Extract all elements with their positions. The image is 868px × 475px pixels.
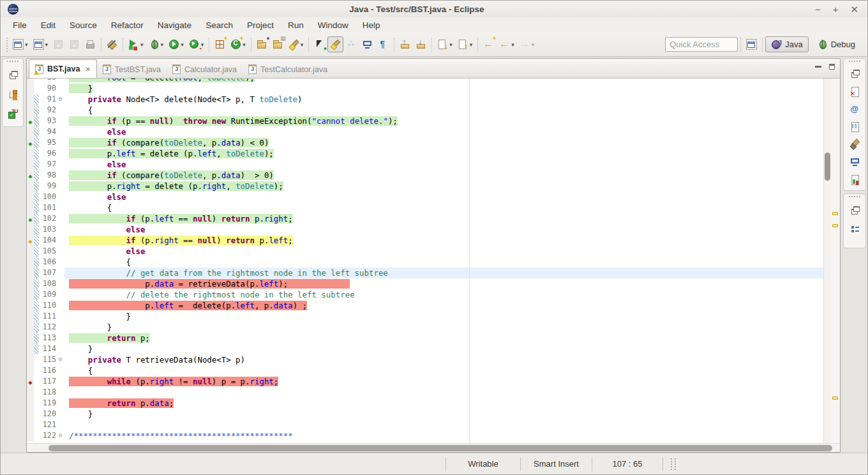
- open-task-button[interactable]: ▤: [270, 36, 286, 52]
- line-number[interactable]: 99: [39, 181, 56, 192]
- mark-occurrences-button[interactable]: [327, 36, 343, 52]
- annotation-marker-icon[interactable]: [832, 224, 838, 227]
- dropdown-arrow-icon[interactable]: ▾: [243, 41, 246, 48]
- gutter-marker-column[interactable]: [27, 83, 34, 94]
- coverage-button[interactable]: ▾: [126, 36, 146, 52]
- gutter-marker-column[interactable]: [27, 105, 34, 116]
- line-number[interactable]: 100: [39, 192, 56, 202]
- code-line-text[interactable]: private T retrieveData(Node<T> p): [64, 354, 823, 365]
- gutter-marker-column[interactable]: [27, 409, 34, 419]
- minimize-button[interactable]: −: [815, 4, 821, 14]
- tab-close-icon[interactable]: ✕: [85, 66, 90, 73]
- tab-testbst-java[interactable]: TestBST.java: [97, 61, 167, 78]
- gutter-marker-column[interactable]: [27, 430, 34, 441]
- editor-minimize-button[interactable]: [815, 66, 821, 68]
- tab-bst-java[interactable]: BST.java✕: [29, 59, 97, 78]
- gutter-marker-column[interactable]: [27, 419, 34, 430]
- code-line-text[interactable]: else: [64, 192, 823, 202]
- line-number[interactable]: 101: [39, 202, 56, 213]
- perspective-debug[interactable]: Debug: [811, 36, 861, 52]
- line-number[interactable]: 93: [39, 116, 56, 126]
- new-java-project-button[interactable]: ✦: [212, 36, 228, 52]
- code-line-text[interactable]: }: [64, 322, 823, 333]
- dropdown-arrow-icon[interactable]: ▾: [511, 41, 514, 48]
- export-button[interactable]: [397, 36, 413, 52]
- gutter-marker-column[interactable]: [27, 94, 34, 105]
- code-line-text[interactable]: }: [64, 409, 823, 419]
- annotation-marker-icon[interactable]: [832, 212, 838, 215]
- dropdown-arrow-icon[interactable]: ▾: [45, 41, 49, 48]
- dropdown-arrow-icon[interactable]: ▾: [301, 41, 304, 48]
- gutter-marker-column[interactable]: [27, 311, 34, 322]
- line-number[interactable]: 106: [39, 257, 56, 268]
- horizontal-scrollbar-thumb[interactable]: [49, 445, 832, 451]
- gutter-marker-column[interactable]: ◆: [27, 213, 34, 224]
- gutter-marker-column[interactable]: [27, 289, 34, 300]
- line-number[interactable]: 111: [39, 311, 56, 322]
- horizontal-scrollbar[interactable]: [27, 443, 840, 452]
- code-editor[interactable]: 89 root = delete(root, toDelete);90 }91⊖…: [27, 79, 840, 443]
- gutter-marker-column[interactable]: [27, 202, 34, 213]
- gutter-marker-column[interactable]: [27, 257, 34, 268]
- line-number[interactable]: 90: [39, 83, 56, 94]
- fold-marker-icon[interactable]: ⊖: [56, 354, 64, 365]
- code-line-text[interactable]: if (p == null) throw new RuntimeExceptio…: [64, 116, 823, 126]
- line-number[interactable]: 96: [39, 148, 56, 159]
- code-line-text[interactable]: return p;: [64, 333, 823, 343]
- line-number[interactable]: 97: [39, 159, 56, 170]
- code-line-text[interactable]: if (compare(toDelete, p.data) < 0): [64, 137, 823, 148]
- print-button[interactable]: [82, 36, 98, 52]
- open-perspective-button[interactable]: ✦: [744, 36, 760, 52]
- line-number[interactable]: 107: [39, 268, 56, 278]
- code-line-text[interactable]: p.right = delete (p.right, toDelete);: [64, 181, 823, 192]
- code-line-text[interactable]: // delete the rightmost node in the left…: [64, 289, 823, 300]
- status-grip[interactable]: [671, 458, 676, 470]
- gutter-marker-column[interactable]: [27, 181, 34, 192]
- code-line-text[interactable]: [64, 387, 823, 398]
- tab-calculator-java[interactable]: Calculator.java: [167, 61, 243, 78]
- code-line-text[interactable]: if (p.left == null) return p.right;: [64, 213, 823, 224]
- menu-project[interactable]: Project: [240, 19, 281, 32]
- code-line-text[interactable]: }: [64, 343, 823, 354]
- code-line-text[interactable]: p.left = delete (p.left, toDelete);: [64, 148, 823, 159]
- gutter-marker-column[interactable]: ◆: [27, 235, 34, 246]
- gutter-marker-column[interactable]: [27, 192, 34, 202]
- gutter-marker-column[interactable]: [27, 159, 34, 170]
- gutter-marker-column[interactable]: [27, 398, 34, 409]
- import-button[interactable]: [413, 36, 429, 52]
- gutter-marker-column[interactable]: ◆: [27, 116, 34, 126]
- junit-view-button[interactable]: [5, 105, 20, 121]
- editor-maximize-button[interactable]: [829, 64, 835, 70]
- code-line-text[interactable]: while (p.right != null) p = p.right;: [64, 376, 823, 387]
- line-number[interactable]: 112: [39, 322, 56, 333]
- line-number[interactable]: 113: [39, 333, 56, 343]
- dropdown-arrow-icon[interactable]: ▾: [140, 41, 144, 48]
- javadoc-view-button[interactable]: [847, 102, 862, 116]
- gutter-marker-column[interactable]: [27, 246, 34, 257]
- gutter-marker-column[interactable]: [27, 278, 34, 289]
- search-button[interactable]: ▾: [286, 36, 306, 52]
- close-button[interactable]: ✕: [850, 4, 858, 14]
- annotate-view-button[interactable]: [847, 137, 862, 151]
- line-number[interactable]: 121: [39, 419, 56, 430]
- trim-grip[interactable]: [849, 61, 860, 63]
- code-line-text[interactable]: else: [64, 159, 823, 170]
- code-line-text[interactable]: else: [64, 246, 823, 257]
- menu-navigate[interactable]: Navigate: [151, 19, 198, 32]
- dropdown-arrow-icon[interactable]: ▾: [181, 41, 184, 48]
- gutter-marker-column[interactable]: [27, 333, 34, 343]
- gutter-marker-column[interactable]: ◆: [27, 170, 34, 181]
- line-number[interactable]: 89: [39, 79, 56, 83]
- line-number[interactable]: 98: [39, 170, 56, 181]
- gutter-marker-column[interactable]: [27, 268, 34, 278]
- dropdown-arrow-icon[interactable]: ▾: [532, 41, 535, 48]
- gutter-marker-column[interactable]: [27, 224, 34, 235]
- line-number[interactable]: 120: [39, 409, 56, 419]
- trim-grip[interactable]: [849, 196, 860, 199]
- line-number[interactable]: 117: [39, 376, 56, 387]
- line-number[interactable]: 119: [39, 398, 56, 409]
- code-line-text[interactable]: else: [64, 126, 823, 137]
- previous-annotation-button[interactable]: ▾: [455, 36, 475, 52]
- line-number[interactable]: 114: [39, 343, 56, 354]
- skip-all-breakpoints-button[interactable]: [104, 36, 120, 52]
